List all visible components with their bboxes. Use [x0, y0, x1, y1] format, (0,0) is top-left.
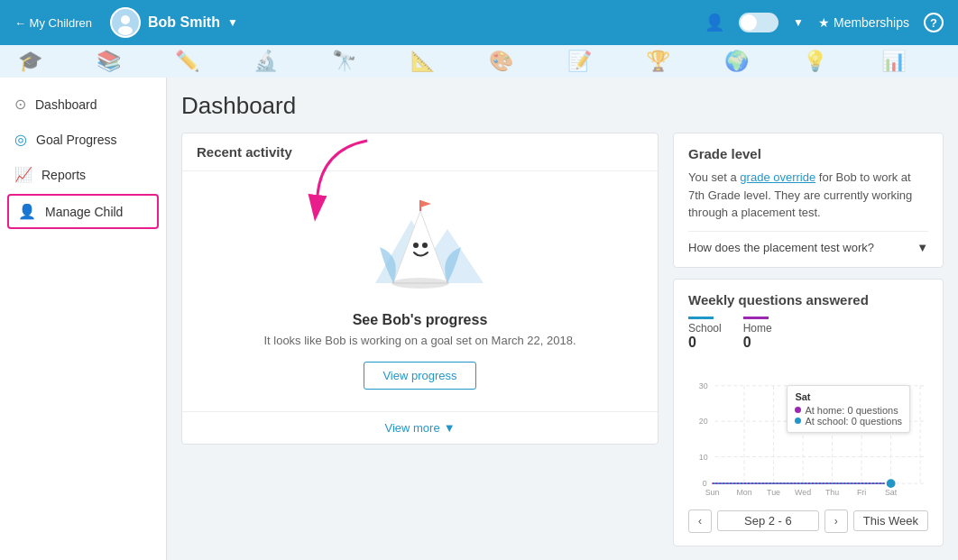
prev-week-button[interactable]: ‹: [688, 510, 712, 533]
chevron-down-icon: ▼: [444, 421, 456, 435]
date-range: Sep 2 - 6: [717, 510, 819, 531]
svg-point-7: [413, 243, 419, 248]
goal-progress-icon: ◎: [14, 131, 27, 148]
sidebar-item-dashboard[interactable]: ⊙ Dashboard: [0, 87, 166, 122]
chart-tooltip: Sat At home: 0 questions At school: 0 qu…: [787, 385, 910, 433]
home-label: Home: [743, 322, 772, 335]
right-column: Grade level You set a grade override for…: [673, 133, 944, 541]
strip-icon-5: 🔭: [332, 50, 356, 73]
tooltip-school-label: At school: 0 questions: [805, 416, 902, 427]
memberships-label: Memberships: [834, 15, 909, 30]
memberships-link[interactable]: ★ Memberships: [818, 15, 909, 30]
weekly-questions-card: Weekly questions answered School 0 Home …: [673, 279, 944, 546]
svg-text:30: 30: [699, 381, 708, 390]
toggle-switch[interactable]: [739, 13, 778, 32]
strip-icon-3: ✏️: [175, 50, 199, 73]
strip-icon-2: 📚: [97, 50, 121, 73]
recent-activity-header: Recent activity: [182, 133, 658, 171]
icon-strip: 🎓 📚 ✏️ 🔬 🔭 📐 🎨 📝 🏆 🌍 💡 📊 🎵 🔢 📖: [0, 45, 958, 78]
tooltip-home-row: At home: 0 questions: [795, 405, 902, 416]
school-legend: School 0: [688, 317, 722, 351]
content-columns: Recent activity: [181, 133, 944, 541]
strip-icon-10: 🌍: [724, 50, 749, 73]
svg-text:20: 20: [699, 417, 708, 426]
home-legend: Home 0: [743, 317, 772, 351]
svg-point-1: [121, 15, 130, 24]
strip-icon-12: 📊: [881, 50, 906, 73]
mountain-illustration: [357, 193, 484, 301]
chevron-down-icon: ▼: [227, 16, 238, 29]
see-progress-title: See Bob's progress: [197, 312, 643, 328]
view-more-row[interactable]: View more ▼: [182, 411, 658, 444]
grade-level-card: Grade level You set a grade override for…: [673, 133, 944, 268]
tooltip-school-row: At school: 0 questions: [795, 416, 902, 427]
svg-point-8: [422, 243, 428, 248]
sidebar-item-reports[interactable]: 📈 Reports: [0, 157, 166, 192]
header-left: ← My Children Bob Smith ▼: [14, 7, 238, 38]
sidebar-item-goal-progress[interactable]: ◎ Goal Progress: [0, 122, 166, 157]
chart-area: 30 20 10 0: [688, 358, 928, 502]
sidebar: ⊙ Dashboard ◎ Goal Progress 📈 Reports 👤 …: [0, 78, 167, 560]
sidebar-label-dashboard: Dashboard: [35, 97, 97, 112]
tooltip-title: Sat: [795, 391, 902, 402]
strip-icon-4: 🔬: [253, 50, 278, 73]
main-layout: ⊙ Dashboard ◎ Goal Progress 📈 Reports 👤 …: [0, 78, 958, 560]
toggle-thumb: [741, 14, 757, 31]
svg-point-11: [391, 278, 449, 289]
strip-icon-7: 🎨: [489, 50, 513, 73]
header-username: Bob Smith: [148, 14, 220, 31]
weekly-legend: School 0 Home 0: [688, 317, 928, 351]
grade-level-text: You set a grade override for Bob to work…: [688, 169, 928, 222]
svg-text:Fri: Fri: [857, 487, 866, 496]
header: ← My Children Bob Smith ▼ 👤 ▼ ★ Membersh…: [0, 0, 958, 45]
chart-nav: ‹ Sep 2 - 6 › This Week: [688, 510, 928, 533]
svg-point-36: [886, 478, 897, 489]
reports-icon: 📈: [14, 166, 32, 183]
see-progress-sub: It looks like Bob is working on a goal s…: [197, 334, 643, 347]
tooltip-school-dot: [795, 418, 801, 424]
toggle-chevron-icon[interactable]: ▼: [793, 16, 804, 29]
left-column: Recent activity: [181, 133, 659, 541]
sidebar-label-reports: Reports: [41, 168, 86, 182]
strip-icon-8: 📝: [567, 50, 592, 73]
strip-icon-9: 🏆: [646, 50, 670, 73]
strip-icon-1: 🎓: [18, 50, 42, 73]
tooltip-home-dot: [795, 407, 801, 413]
grade-level-title: Grade level: [688, 146, 928, 161]
school-legend-line: [688, 317, 714, 319]
svg-text:0: 0: [703, 479, 707, 488]
grade-override-link[interactable]: grade override: [740, 170, 815, 184]
view-more-label: View more: [384, 421, 439, 435]
school-label: School: [688, 322, 722, 335]
avatar: [110, 7, 141, 38]
tooltip-home-label: At home: 0 questions: [805, 405, 898, 416]
view-progress-button[interactable]: View progress: [364, 362, 475, 390]
recent-activity-body: See Bob's progress It looks like Bob is …: [182, 171, 658, 411]
header-right: 👤 ▼ ★ Memberships ?: [705, 13, 944, 32]
strip-icon-6: 📐: [410, 50, 435, 73]
svg-text:Wed: Wed: [795, 487, 811, 496]
user-profile-button[interactable]: Bob Smith ▼: [110, 7, 238, 38]
my-children-link[interactable]: ← My Children: [14, 16, 92, 30]
sidebar-label-goal-progress: Goal Progress: [36, 133, 116, 147]
svg-text:Thu: Thu: [825, 487, 839, 496]
svg-text:Mon: Mon: [736, 487, 751, 496]
placement-accordion-label: How does the placement test work?: [688, 241, 874, 254]
school-count: 0: [688, 335, 722, 351]
svg-marker-10: [420, 200, 431, 207]
user-icon[interactable]: 👤: [705, 13, 724, 32]
svg-text:10: 10: [699, 452, 708, 461]
sidebar-item-manage-child[interactable]: 👤 Manage Child: [7, 194, 159, 229]
this-week-button[interactable]: This Week: [853, 510, 928, 531]
svg-text:Sun: Sun: [705, 487, 720, 496]
home-legend-line: [743, 317, 769, 319]
strip-icon-11: 💡: [803, 50, 827, 73]
content-area: Dashboard Recent activity: [167, 78, 958, 560]
dashboard-icon: ⊙: [14, 96, 26, 113]
next-week-button[interactable]: ›: [824, 510, 848, 533]
svg-text:Tue: Tue: [767, 487, 780, 496]
accordion-chevron-icon: ▼: [917, 241, 928, 254]
sidebar-label-manage-child: Manage Child: [45, 205, 123, 219]
help-button[interactable]: ?: [924, 13, 944, 32]
placement-accordion[interactable]: How does the placement test work? ▼: [688, 231, 928, 254]
